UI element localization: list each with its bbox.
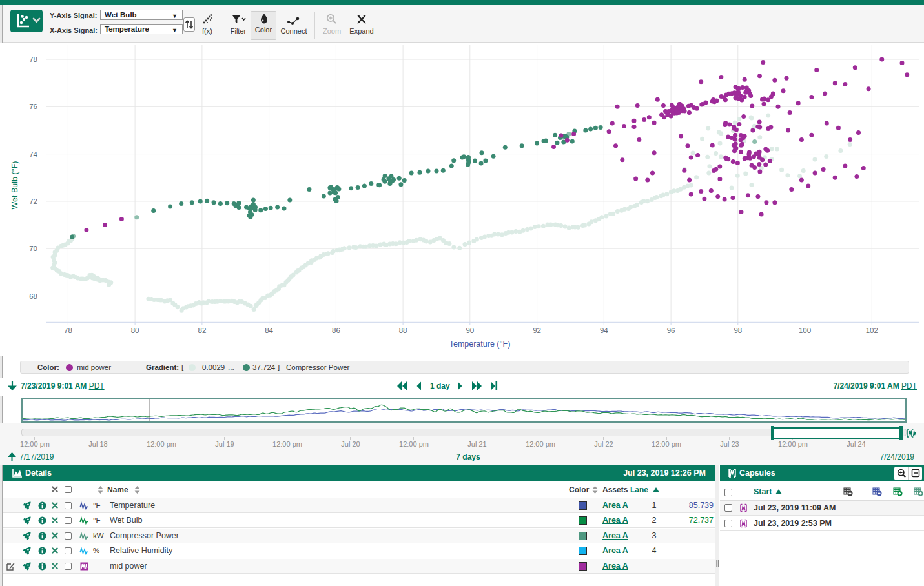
svg-text:96: 96 — [667, 327, 675, 334]
svg-text:78: 78 — [29, 56, 37, 63]
svg-text:90: 90 — [466, 327, 474, 334]
svg-text:Temperature (°F): Temperature (°F) — [449, 339, 511, 349]
svg-text:84: 84 — [265, 327, 273, 334]
svg-text:98: 98 — [734, 327, 742, 334]
svg-text:Wet Bulb (°F): Wet Bulb (°F) — [10, 161, 19, 210]
svg-text:72: 72 — [29, 197, 37, 205]
svg-text:94: 94 — [600, 327, 608, 334]
svg-text:82: 82 — [198, 327, 207, 334]
svg-text:74: 74 — [29, 150, 37, 158]
svg-text:80: 80 — [131, 327, 139, 334]
svg-text:86: 86 — [332, 327, 340, 334]
svg-text:78: 78 — [64, 327, 72, 334]
svg-text:88: 88 — [399, 327, 407, 334]
svg-text:70: 70 — [29, 245, 37, 252]
svg-text:92: 92 — [533, 327, 541, 334]
svg-text:102: 102 — [866, 327, 878, 334]
svg-text:100: 100 — [799, 327, 811, 334]
svg-text:68: 68 — [29, 292, 37, 300]
svg-text:76: 76 — [29, 103, 37, 110]
